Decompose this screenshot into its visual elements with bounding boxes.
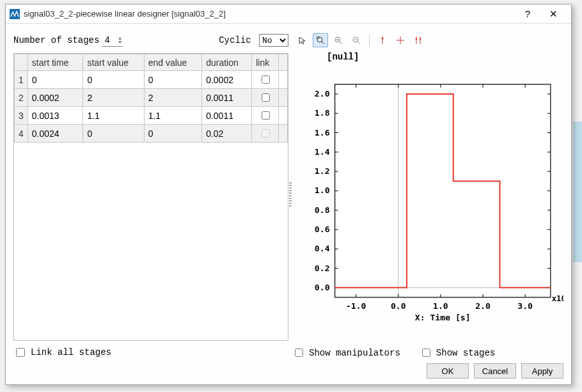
cell-start-value[interactable]: 0 bbox=[83, 71, 144, 89]
table-row[interactable]: 30.00131.11.10.0011 bbox=[15, 107, 288, 125]
svg-text:1.2: 1.2 bbox=[315, 166, 330, 176]
link-checkbox bbox=[262, 129, 270, 137]
plot-toolbar bbox=[292, 31, 563, 49]
cell-end-value[interactable]: 0 bbox=[144, 125, 201, 143]
svg-point-12 bbox=[382, 38, 384, 40]
svg-text:x10: x10 bbox=[552, 294, 563, 303]
svg-text:3.0: 3.0 bbox=[517, 301, 533, 311]
zoom-area-icon[interactable] bbox=[313, 33, 328, 47]
close-button[interactable]: ✕ bbox=[540, 8, 566, 20]
cell-link[interactable] bbox=[252, 71, 279, 89]
cell-duration[interactable]: 0.02 bbox=[202, 125, 252, 143]
cyclic-select[interactable]: No Yes bbox=[259, 34, 288, 47]
cell-end-value[interactable]: 1.1 bbox=[144, 107, 201, 125]
svg-text:2.0: 2.0 bbox=[475, 301, 491, 311]
row-number: 1 bbox=[15, 71, 28, 89]
table-row[interactable]: 10000.0002 bbox=[15, 71, 288, 89]
svg-text:0.4: 0.4 bbox=[315, 244, 330, 253]
col-end-value[interactable]: end value bbox=[144, 54, 201, 71]
plot-svg: 0.00.20.40.60.81.01.21.41.61.82.0-1.00.0… bbox=[292, 49, 563, 345]
col-start-value[interactable]: start value bbox=[83, 54, 144, 71]
svg-text:0.2: 0.2 bbox=[315, 263, 330, 273]
right-panel: [null] 0.00.20.40.60.81.01.21.41.61.82.0… bbox=[292, 31, 563, 359]
cell-end-value[interactable]: 0 bbox=[144, 71, 201, 89]
show-manipulators-label: Show manipulators bbox=[309, 348, 400, 358]
svg-rect-19 bbox=[335, 84, 551, 297]
link-all-stages-checkbox[interactable] bbox=[16, 348, 25, 357]
row-number: 3 bbox=[15, 107, 28, 125]
cell-start-value[interactable]: 0 bbox=[83, 125, 144, 143]
svg-text:0.6: 0.6 bbox=[315, 224, 330, 234]
svg-text:1.0: 1.0 bbox=[433, 301, 448, 311]
left-panel: Number of stages ▲▼ Cyclic No Yes bbox=[13, 31, 288, 359]
cell-start-time[interactable]: 0.0002 bbox=[28, 89, 83, 107]
link-all-stages-row[interactable]: Link all stages bbox=[13, 346, 288, 359]
cell-duration[interactable]: 0.0002 bbox=[202, 71, 252, 89]
col-duration[interactable]: duration bbox=[202, 54, 252, 71]
link-checkbox[interactable] bbox=[262, 75, 270, 84]
help-button[interactable]: ? bbox=[515, 8, 540, 19]
table-corner bbox=[15, 54, 28, 71]
plot-area[interactable]: [null] 0.00.20.40.60.81.01.21.41.61.82.0… bbox=[292, 49, 563, 345]
svg-text:1.0: 1.0 bbox=[315, 185, 330, 195]
cell-start-time[interactable]: 0 bbox=[28, 71, 83, 89]
table-row[interactable]: 20.0002220.0011 bbox=[15, 89, 288, 107]
cell-duration[interactable]: 0.0011 bbox=[202, 89, 252, 107]
dialog-window: signal03_2_2-piecewise linear designer [… bbox=[5, 4, 572, 385]
svg-line-9 bbox=[358, 42, 360, 44]
col-spacer bbox=[279, 54, 288, 71]
app-icon bbox=[10, 9, 20, 19]
show-stages-label: Show stages bbox=[436, 348, 495, 358]
cell-link bbox=[252, 125, 279, 143]
cancel-button[interactable]: Cancel bbox=[474, 363, 516, 379]
window-title: signal03_2_2-piecewise linear designer [… bbox=[24, 9, 515, 19]
svg-line-2 bbox=[322, 42, 324, 44]
col-link[interactable]: link bbox=[252, 54, 279, 71]
cell-start-value[interactable]: 1.1 bbox=[83, 107, 144, 125]
svg-line-5 bbox=[340, 42, 342, 44]
svg-point-18 bbox=[420, 38, 421, 40]
table-row[interactable]: 40.0024000.02 bbox=[15, 125, 288, 143]
link-checkbox[interactable] bbox=[262, 93, 270, 102]
show-stages-checkbox[interactable] bbox=[422, 349, 430, 357]
ok-button[interactable]: OK bbox=[427, 363, 469, 379]
num-stages-spinner[interactable]: ▲▼ bbox=[102, 35, 122, 47]
show-manipulators-row[interactable]: Show manipulators bbox=[292, 347, 400, 359]
zoom-in-icon[interactable] bbox=[331, 33, 346, 47]
pointer-icon[interactable] bbox=[295, 33, 310, 47]
apply-button[interactable]: Apply bbox=[521, 363, 563, 379]
row-number: 2 bbox=[15, 89, 28, 107]
cyclic-label: Cyclic bbox=[219, 35, 251, 45]
spinner-arrows-icon[interactable]: ▲▼ bbox=[118, 36, 121, 44]
num-stages-input[interactable] bbox=[103, 35, 117, 46]
show-manipulators-checkbox[interactable] bbox=[295, 349, 303, 357]
svg-text:1.6: 1.6 bbox=[315, 128, 330, 137]
col-start-time[interactable]: start time bbox=[28, 54, 83, 71]
cell-link[interactable] bbox=[252, 107, 279, 125]
cell-start-time[interactable]: 0.0013 bbox=[28, 107, 83, 125]
marker-cross-icon[interactable] bbox=[393, 33, 408, 47]
svg-text:0.8: 0.8 bbox=[315, 205, 330, 215]
svg-text:X: Time [s]: X: Time [s] bbox=[415, 313, 471, 322]
svg-text:0.0: 0.0 bbox=[391, 301, 406, 311]
cell-start-value[interactable]: 2 bbox=[83, 89, 144, 107]
cell-start-time[interactable]: 0.0024 bbox=[28, 125, 83, 143]
svg-point-1 bbox=[317, 37, 322, 42]
plot-title: [null] bbox=[327, 52, 359, 62]
link-checkbox[interactable] bbox=[262, 111, 270, 120]
show-stages-row[interactable]: Show stages bbox=[420, 347, 495, 359]
svg-text:2.0: 2.0 bbox=[315, 89, 330, 98]
cell-duration[interactable]: 0.0011 bbox=[202, 107, 252, 125]
marker-multi-icon[interactable] bbox=[411, 33, 426, 47]
dialog-footer: OK Cancel Apply bbox=[6, 361, 571, 384]
cell-link[interactable] bbox=[252, 89, 279, 107]
zoom-out-icon[interactable] bbox=[349, 33, 364, 47]
svg-point-17 bbox=[416, 38, 418, 40]
link-all-stages-label: Link all stages bbox=[31, 347, 111, 357]
marker-v-icon[interactable] bbox=[375, 33, 390, 47]
row-number: 4 bbox=[15, 125, 28, 143]
svg-text:-1.0: -1.0 bbox=[346, 301, 366, 311]
cell-end-value[interactable]: 2 bbox=[144, 89, 201, 107]
svg-text:1.8: 1.8 bbox=[315, 108, 330, 118]
svg-text:0.0: 0.0 bbox=[315, 283, 330, 292]
